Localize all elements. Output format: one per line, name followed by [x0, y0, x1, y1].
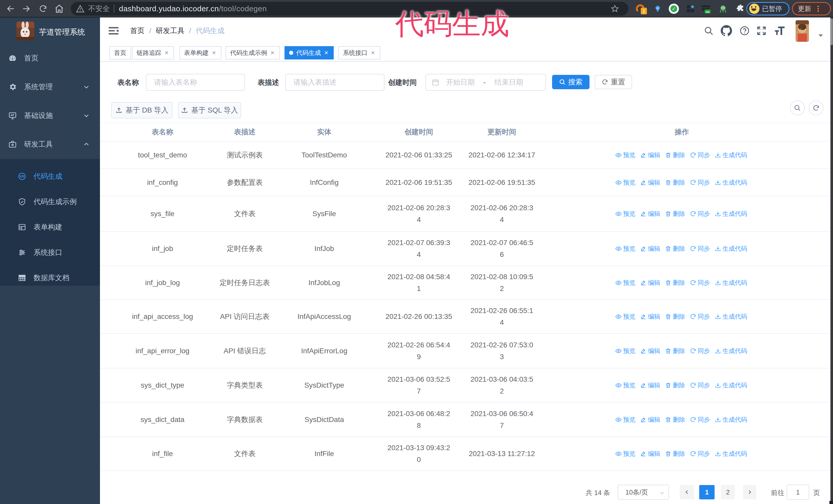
svg-text:on: on — [706, 10, 710, 13]
